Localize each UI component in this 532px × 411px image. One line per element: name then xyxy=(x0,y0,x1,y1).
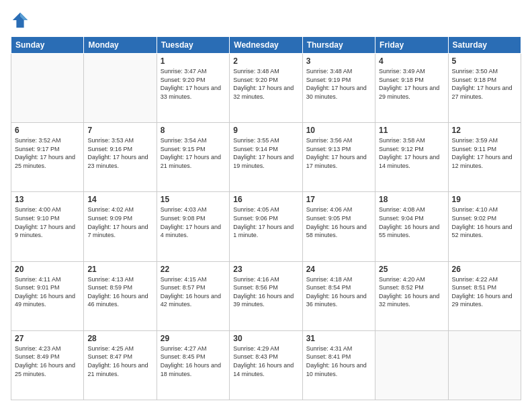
day-number: 22 xyxy=(161,265,226,274)
calendar-cell: 2Sunrise: 3:48 AMSunset: 9:20 PMDaylight… xyxy=(230,54,302,123)
day-info: Sunrise: 3:58 AMSunset: 9:12 PMDaylight:… xyxy=(379,136,444,170)
day-number: 3 xyxy=(306,56,371,66)
day-info: Sunrise: 4:13 AMSunset: 8:59 PMDaylight:… xyxy=(87,275,152,309)
day-number: 18 xyxy=(379,195,444,204)
calendar-cell: 24Sunrise: 4:18 AMSunset: 8:54 PMDayligh… xyxy=(302,261,375,330)
day-info: Sunrise: 4:11 AMSunset: 9:01 PMDaylight:… xyxy=(15,275,80,309)
logo xyxy=(11,11,32,30)
day-info: Sunrise: 4:00 AMSunset: 9:10 PMDaylight:… xyxy=(15,205,80,239)
day-number: 21 xyxy=(87,265,152,274)
day-info: Sunrise: 3:59 AMSunset: 9:11 PMDaylight:… xyxy=(452,136,517,170)
day-number: 8 xyxy=(161,126,226,135)
weekday-header-sunday: Sunday xyxy=(11,37,84,54)
day-info: Sunrise: 4:05 AMSunset: 9:06 PMDaylight:… xyxy=(233,205,298,239)
calendar-cell: 31Sunrise: 4:31 AMSunset: 8:41 PMDayligh… xyxy=(302,330,375,400)
calendar-cell: 26Sunrise: 4:22 AMSunset: 8:51 PMDayligh… xyxy=(448,261,521,330)
calendar-cell xyxy=(375,330,448,400)
calendar-cell xyxy=(448,330,521,400)
day-info: Sunrise: 4:27 AMSunset: 8:45 PMDaylight:… xyxy=(161,345,226,378)
calendar-cell xyxy=(11,54,84,123)
day-number: 2 xyxy=(233,56,298,66)
calendar-cell: 29Sunrise: 4:27 AMSunset: 8:45 PMDayligh… xyxy=(157,330,229,400)
calendar-cell: 7Sunrise: 3:53 AMSunset: 9:16 PMDaylight… xyxy=(84,123,157,192)
calendar-cell: 8Sunrise: 3:54 AMSunset: 9:15 PMDaylight… xyxy=(157,123,229,192)
day-number: 14 xyxy=(87,195,152,204)
day-info: Sunrise: 3:47 AMSunset: 9:20 PMDaylight:… xyxy=(161,67,226,101)
calendar-cell: 11Sunrise: 3:58 AMSunset: 9:12 PMDayligh… xyxy=(375,123,448,192)
day-number: 5 xyxy=(452,56,517,66)
calendar-cell: 14Sunrise: 4:02 AMSunset: 9:09 PMDayligh… xyxy=(84,192,157,261)
day-info: Sunrise: 3:49 AMSunset: 9:18 PMDaylight:… xyxy=(379,67,444,101)
day-info: Sunrise: 3:56 AMSunset: 9:13 PMDaylight:… xyxy=(306,136,371,170)
logo-icon xyxy=(11,11,30,30)
day-info: Sunrise: 3:48 AMSunset: 9:19 PMDaylight:… xyxy=(306,67,371,101)
calendar-cell: 5Sunrise: 3:50 AMSunset: 9:18 PMDaylight… xyxy=(448,54,521,123)
day-number: 23 xyxy=(233,265,298,274)
day-info: Sunrise: 4:25 AMSunset: 8:47 PMDaylight:… xyxy=(87,345,152,378)
day-info: Sunrise: 3:55 AMSunset: 9:14 PMDaylight:… xyxy=(233,136,298,170)
day-info: Sunrise: 4:18 AMSunset: 8:54 PMDaylight:… xyxy=(306,275,371,309)
day-number: 4 xyxy=(379,56,444,66)
day-info: Sunrise: 3:48 AMSunset: 9:20 PMDaylight:… xyxy=(233,67,298,101)
day-info: Sunrise: 4:15 AMSunset: 8:57 PMDaylight:… xyxy=(161,275,226,309)
day-number: 28 xyxy=(87,334,152,343)
day-number: 10 xyxy=(306,126,371,135)
day-number: 16 xyxy=(233,195,298,204)
day-number: 12 xyxy=(452,126,517,135)
day-number: 15 xyxy=(161,195,226,204)
day-info: Sunrise: 4:16 AMSunset: 8:56 PMDaylight:… xyxy=(233,275,298,309)
week-row-4: 20Sunrise: 4:11 AMSunset: 9:01 PMDayligh… xyxy=(11,261,521,330)
calendar-cell: 1Sunrise: 3:47 AMSunset: 9:20 PMDaylight… xyxy=(157,54,229,123)
calendar-cell: 15Sunrise: 4:03 AMSunset: 9:08 PMDayligh… xyxy=(157,192,229,261)
day-number: 19 xyxy=(452,195,517,204)
calendar-cell: 17Sunrise: 4:06 AMSunset: 9:05 PMDayligh… xyxy=(302,192,375,261)
day-number: 6 xyxy=(15,126,80,135)
calendar-cell: 12Sunrise: 3:59 AMSunset: 9:11 PMDayligh… xyxy=(448,123,521,192)
day-number: 17 xyxy=(306,195,371,204)
weekday-header-monday: Monday xyxy=(84,37,157,54)
day-number: 29 xyxy=(161,334,226,343)
day-number: 30 xyxy=(233,334,298,343)
calendar-cell: 6Sunrise: 3:52 AMSunset: 9:17 PMDaylight… xyxy=(11,123,84,192)
day-number: 24 xyxy=(306,265,371,274)
calendar-cell: 25Sunrise: 4:20 AMSunset: 8:52 PMDayligh… xyxy=(375,261,448,330)
weekday-header-saturday: Saturday xyxy=(448,37,521,54)
weekday-header-thursday: Thursday xyxy=(302,37,375,54)
weekday-header-row: SundayMondayTuesdayWednesdayThursdayFrid… xyxy=(11,37,521,54)
day-number: 1 xyxy=(161,56,226,66)
day-info: Sunrise: 4:08 AMSunset: 9:04 PMDaylight:… xyxy=(379,205,444,239)
day-number: 26 xyxy=(452,265,517,274)
week-row-3: 13Sunrise: 4:00 AMSunset: 9:10 PMDayligh… xyxy=(11,192,521,261)
page: SundayMondayTuesdayWednesdayThursdayFrid… xyxy=(0,0,532,411)
day-info: Sunrise: 4:02 AMSunset: 9:09 PMDaylight:… xyxy=(87,205,152,239)
day-info: Sunrise: 4:22 AMSunset: 8:51 PMDaylight:… xyxy=(452,275,517,309)
day-info: Sunrise: 3:54 AMSunset: 9:15 PMDaylight:… xyxy=(161,136,226,170)
calendar-cell: 23Sunrise: 4:16 AMSunset: 8:56 PMDayligh… xyxy=(230,261,302,330)
calendar: SundayMondayTuesdayWednesdayThursdayFrid… xyxy=(11,36,521,400)
day-number: 31 xyxy=(306,334,371,343)
calendar-cell: 3Sunrise: 3:48 AMSunset: 9:19 PMDaylight… xyxy=(302,54,375,123)
week-row-2: 6Sunrise: 3:52 AMSunset: 9:17 PMDaylight… xyxy=(11,123,521,192)
day-number: 7 xyxy=(87,126,152,135)
day-number: 11 xyxy=(379,126,444,135)
day-number: 27 xyxy=(15,334,80,343)
calendar-cell xyxy=(84,54,157,123)
calendar-cell: 10Sunrise: 3:56 AMSunset: 9:13 PMDayligh… xyxy=(302,123,375,192)
day-info: Sunrise: 3:50 AMSunset: 9:18 PMDaylight:… xyxy=(452,67,517,101)
day-info: Sunrise: 4:20 AMSunset: 8:52 PMDaylight:… xyxy=(379,275,444,309)
day-info: Sunrise: 4:23 AMSunset: 8:49 PMDaylight:… xyxy=(15,345,80,378)
header xyxy=(11,11,521,30)
calendar-cell: 9Sunrise: 3:55 AMSunset: 9:14 PMDaylight… xyxy=(230,123,302,192)
day-info: Sunrise: 4:29 AMSunset: 8:43 PMDaylight:… xyxy=(233,345,298,378)
calendar-cell: 28Sunrise: 4:25 AMSunset: 8:47 PMDayligh… xyxy=(84,330,157,400)
day-info: Sunrise: 4:03 AMSunset: 9:08 PMDaylight:… xyxy=(161,205,226,239)
day-info: Sunrise: 4:10 AMSunset: 9:02 PMDaylight:… xyxy=(452,205,517,239)
week-row-1: 1Sunrise: 3:47 AMSunset: 9:20 PMDaylight… xyxy=(11,54,521,123)
week-row-5: 27Sunrise: 4:23 AMSunset: 8:49 PMDayligh… xyxy=(11,330,521,400)
day-info: Sunrise: 3:53 AMSunset: 9:16 PMDaylight:… xyxy=(87,136,152,170)
calendar-cell: 18Sunrise: 4:08 AMSunset: 9:04 PMDayligh… xyxy=(375,192,448,261)
calendar-cell: 22Sunrise: 4:15 AMSunset: 8:57 PMDayligh… xyxy=(157,261,229,330)
calendar-cell: 4Sunrise: 3:49 AMSunset: 9:18 PMDaylight… xyxy=(375,54,448,123)
day-number: 9 xyxy=(233,126,298,135)
calendar-cell: 27Sunrise: 4:23 AMSunset: 8:49 PMDayligh… xyxy=(11,330,84,400)
